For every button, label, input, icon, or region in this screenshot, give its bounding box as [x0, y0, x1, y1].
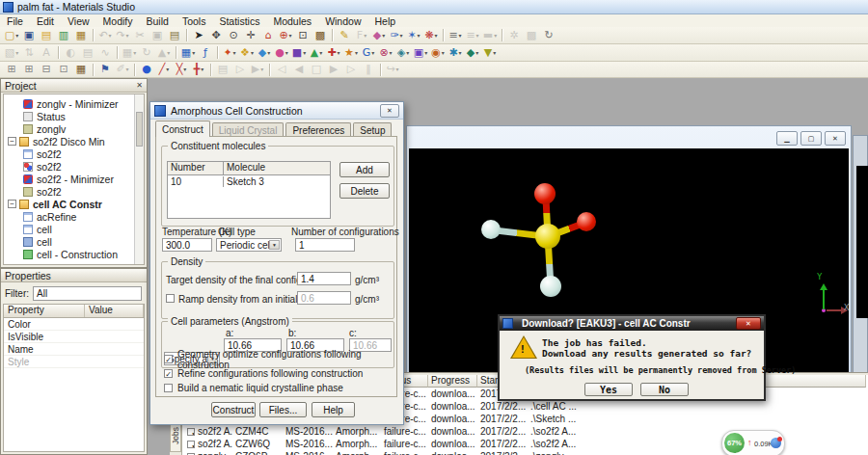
function-builder-icon[interactable]: ƒ [198, 45, 213, 61]
column-header-progress[interactable]: Progress [428, 375, 477, 388]
delete-button[interactable]: Delete [339, 183, 390, 199]
import-icon[interactable]: ▦ [73, 28, 89, 43]
menu-modify[interactable]: Modify [96, 15, 140, 27]
module-15-icon[interactable]: ◆▾ [465, 45, 480, 61]
molecule-row[interactable]: 10Sketch 3 [168, 175, 330, 187]
close-icon[interactable]: ✕ [825, 131, 846, 146]
center-view-icon[interactable]: ⊕▾ [278, 28, 293, 43]
tab-setup[interactable]: Setup [353, 122, 392, 137]
display-style-icon[interactable]: ▩ [312, 28, 328, 43]
temperature-field[interactable]: 300.0 [162, 238, 212, 252]
menu-modules[interactable]: Modules [266, 15, 318, 27]
collapse-icon[interactable]: − [8, 137, 16, 146]
zoom-view-icon[interactable]: ⊙ [226, 28, 241, 43]
tab-construct[interactable]: Construct [155, 120, 210, 137]
tree-item-cell-ac-constr[interactable]: −cell AC Constr [4, 198, 144, 210]
module-6-icon[interactable]: ▲▾ [309, 45, 324, 61]
save-icon[interactable]: ▣ [21, 28, 37, 43]
no-button[interactable]: No [640, 383, 689, 396]
module-14-icon[interactable]: ✱▾ [448, 45, 463, 61]
insert-column-icon[interactable]: ⊟ [39, 62, 54, 77]
insert-table-icon[interactable]: ⊞ [4, 62, 19, 77]
oxygen-atom[interactable] [534, 183, 556, 204]
property-row-color[interactable]: Color [4, 318, 144, 331]
column-header-number[interactable]: Number [168, 162, 224, 174]
sketch-double-bond-icon[interactable]: ╳▾ [174, 62, 189, 77]
tab-liquid-crystal[interactable]: Liquid Crystal [212, 122, 285, 137]
checkbox-unchecked[interactable] [164, 384, 173, 392]
save-all-icon[interactable]: ▥ [56, 28, 71, 43]
module-9-icon[interactable]: G▾ [361, 45, 376, 61]
fragment-library-icon[interactable]: ✶▾ [406, 28, 421, 43]
column-header-property[interactable]: Property [4, 305, 85, 317]
property-row-isvisible[interactable]: IsVisible [4, 331, 144, 343]
project-tree-scrollbar[interactable] [134, 94, 144, 264]
module-5-icon[interactable]: ■▾ [291, 45, 307, 61]
module-7-icon[interactable]: ✚▾ [326, 45, 341, 61]
tab-preferences[interactable]: Preferences [285, 122, 351, 137]
files-button[interactable]: Files... [259, 402, 307, 417]
tree-item-cell[interactable]: cell [4, 223, 144, 235]
module-12-icon[interactable]: ▣▾ [413, 45, 428, 61]
home-view-icon[interactable]: ⌂ [260, 28, 276, 43]
cell-type-select[interactable]: Periodic cell ▼ [216, 238, 282, 252]
yes-button[interactable]: Yes [584, 383, 633, 396]
property-row-style[interactable]: Style [4, 356, 144, 368]
tree-item-so2f2-disco-min[interactable]: −so2f2 Disco Min [4, 135, 144, 147]
align-icon[interactable]: ≡▾ [448, 28, 463, 43]
translate-view-icon[interactable]: ✛ [243, 28, 258, 43]
tree-item-so2f2[interactable]: so2f2 [4, 147, 144, 160]
tree-item-zonglv-minimizer[interactable]: zonglv - Minimizer [4, 97, 144, 110]
fluorine-atom[interactable] [540, 276, 561, 297]
table-properties-icon[interactable]: ▦ [73, 62, 89, 77]
cleave-surface-icon[interactable]: ❋▾ [423, 28, 439, 43]
study-table-icon[interactable]: ▦▾ [180, 45, 196, 61]
module-11-icon[interactable]: ◈▾ [395, 45, 411, 61]
module-8-icon[interactable]: ★▾ [343, 45, 359, 61]
new-document-icon[interactable]: ▢▾ [4, 28, 19, 43]
dialog-title-bar[interactable]: Download? [EAKU3] - cell AC Constr ✕ [500, 316, 764, 331]
module-3-icon[interactable]: ◆▾ [257, 45, 272, 61]
sketch-atom-tool-icon[interactable]: ● [139, 62, 154, 77]
delete-cells-icon[interactable]: ⊡ [56, 62, 71, 77]
menu-help[interactable]: Help [367, 15, 402, 27]
filter-combobox[interactable]: All [33, 286, 142, 301]
tree-item-cell[interactable]: cell [4, 235, 144, 248]
checkbox-checked-icon[interactable]: ✓ [187, 428, 195, 436]
construct-button[interactable]: Construct [211, 402, 256, 417]
paste-icon[interactable]: ▤ [167, 28, 182, 43]
flag-icon[interactable]: ⚑ [97, 62, 113, 77]
close-icon[interactable]: ✕ [380, 104, 399, 118]
configs-field[interactable]: 1 [295, 238, 355, 252]
menu-statistics[interactable]: Statistics [212, 15, 266, 27]
collapse-icon[interactable]: − [8, 200, 16, 208]
menu-build[interactable]: Build [140, 15, 176, 27]
checkbox-checked[interactable]: ✓ [164, 369, 173, 378]
column-header-value[interactable]: Value [85, 305, 144, 317]
network-speed-widget[interactable]: 67% ↑ 0.09K/s [721, 430, 785, 455]
sketch-bond-icon[interactable]: ╱▾ [156, 62, 172, 77]
module-2-icon[interactable]: ❖▾ [239, 45, 255, 61]
rotate-view-icon[interactable]: ✥ [208, 28, 224, 43]
rebuild-icon[interactable]: ↻ [541, 28, 556, 43]
tree-item-so2f2[interactable]: so2f2 [4, 185, 144, 198]
oxygen-atom[interactable] [577, 212, 596, 231]
close-icon[interactable]: ✕ [136, 81, 143, 90]
menu-window[interactable]: Window [318, 15, 367, 27]
tree-item-status[interactable]: Status [4, 110, 144, 122]
checkbox-checked-icon[interactable]: ✓ [187, 441, 195, 448]
minimize-icon[interactable]: ▁ [776, 131, 798, 146]
menu-view[interactable]: View [61, 15, 96, 27]
chevron-down-icon[interactable]: ▼ [269, 240, 280, 250]
sketch-atom-icon[interactable]: ✎ [337, 28, 352, 43]
tree-item-acrefine[interactable]: acRefine [4, 210, 144, 223]
fluorine-atom[interactable] [481, 220, 501, 239]
insert-row-icon[interactable]: ⊞ [21, 62, 37, 77]
menu-edit[interactable]: Edit [30, 15, 61, 27]
tree-item-cell-construction[interactable]: cell - Construction [4, 248, 144, 260]
sketch-pen-icon[interactable]: ✑▾ [389, 28, 404, 43]
help-button[interactable]: Help [312, 402, 355, 417]
checkbox-checked[interactable]: ✓ [164, 355, 173, 363]
ramp-density-checkbox[interactable] [166, 294, 175, 303]
module-4-icon[interactable]: ●▾ [274, 45, 289, 61]
